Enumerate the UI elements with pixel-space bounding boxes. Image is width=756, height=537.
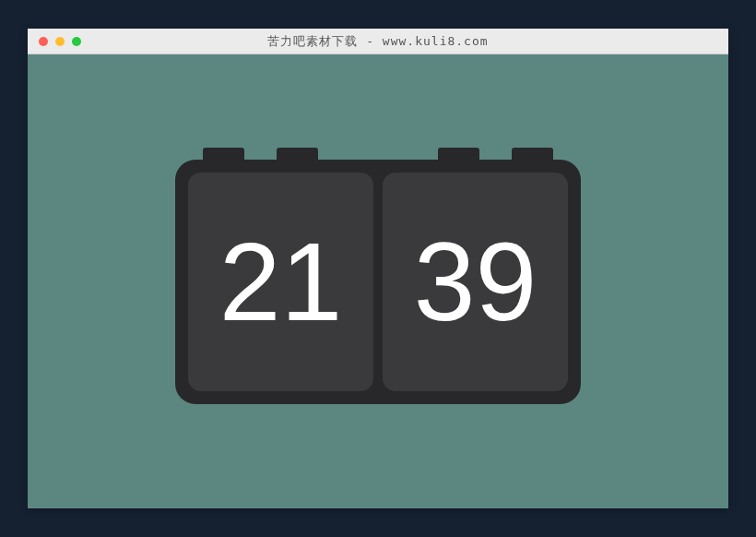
- maximize-icon[interactable]: [72, 37, 81, 46]
- clock-hinge: [203, 148, 244, 162]
- clock-hinge: [438, 148, 479, 162]
- flip-clock: 21 39: [175, 160, 581, 404]
- minutes-value: 39: [414, 226, 537, 337]
- browser-window: 苦力吧素材下载 - www.kuli8.com 21 39: [28, 29, 728, 508]
- hours-value: 21: [219, 226, 342, 337]
- window-title: 苦力吧素材下载 - www.kuli8.com: [28, 33, 728, 50]
- minimize-icon[interactable]: [55, 37, 65, 46]
- hours-panel: 21: [188, 173, 373, 391]
- clock-hinge: [277, 148, 318, 162]
- close-icon[interactable]: [39, 37, 48, 46]
- viewport: 21 39: [28, 54, 728, 508]
- titlebar: 苦力吧素材下载 - www.kuli8.com: [28, 29, 728, 54]
- traffic-lights: [28, 37, 81, 46]
- minutes-panel: 39: [383, 173, 568, 391]
- clock-body: 21 39: [175, 160, 581, 404]
- clock-hinge: [512, 148, 553, 162]
